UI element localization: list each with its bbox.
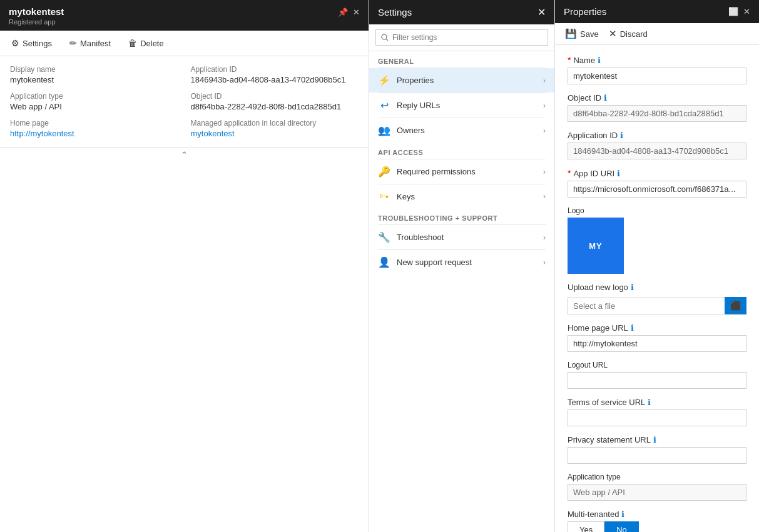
upload-logo-label: Upload new logo ℹ xyxy=(568,283,746,292)
settings-close-button[interactable]: ✕ xyxy=(537,6,546,18)
upload-file-input[interactable] xyxy=(568,298,725,314)
settings-item-properties[interactable]: ⚡ Properties › xyxy=(369,68,554,93)
close-properties-icon[interactable]: ✕ xyxy=(743,7,750,16)
multi-tenanted-toggle: Yes No xyxy=(568,521,746,532)
settings-item-troubleshoot[interactable]: 🔧 Troubleshoot › xyxy=(369,225,554,249)
app-id-info-icon[interactable]: ℹ xyxy=(620,131,623,140)
keys-chevron: › xyxy=(543,192,546,201)
app-id-uri-label: * App ID URI ℹ xyxy=(568,168,746,178)
app-id-uri-input[interactable] xyxy=(568,181,746,198)
object-id-value: d8f64bba-2282-492d-80f8-bd1cda2885d1 xyxy=(191,102,359,111)
general-section-label: GENERAL xyxy=(369,51,554,68)
troubleshoot-label: Troubleshoot xyxy=(397,233,444,242)
properties-header: Properties ⬜ ✕ xyxy=(555,0,759,23)
pin-icon[interactable]: 📌 xyxy=(338,8,348,17)
settings-item-required-permissions[interactable]: 🔑 Required permissions › xyxy=(369,159,554,184)
home-page-url-input[interactable] xyxy=(568,335,746,352)
terms-of-service-label: Terms of service URL ℹ xyxy=(568,398,746,407)
expand-icon[interactable]: ⬜ xyxy=(728,7,738,16)
api-access-section-label: API ACCESS xyxy=(369,143,554,159)
object-id-field-group: Object ID ℹ xyxy=(568,93,746,122)
owners-icon: 👥 xyxy=(378,124,390,136)
collapse-bar[interactable]: ⌃ xyxy=(0,147,369,162)
name-info-icon[interactable]: ℹ xyxy=(598,56,601,65)
app-id-uri-required-star: * xyxy=(568,168,571,178)
home-page-url-info-icon[interactable]: ℹ xyxy=(631,323,634,333)
required-permissions-icon: 🔑 xyxy=(378,166,390,178)
left-header: mytokentest Registered app 📌 ✕ xyxy=(0,0,369,31)
reply-urls-chevron: › xyxy=(543,101,546,110)
application-type-cell: Application type Web app / API xyxy=(10,92,178,111)
close-left-icon[interactable]: ✕ xyxy=(353,8,360,17)
upload-browse-button[interactable]: ⬛ xyxy=(725,297,746,314)
logout-url-label: Logout URL xyxy=(568,361,746,369)
application-id-cell: Application ID 1846943b-ad04-4808-aa13-4… xyxy=(191,65,359,84)
display-name-label: Display name xyxy=(10,65,178,74)
settings-panel: Settings ✕ GENERAL ⚡ Properties › ↩ Repl… xyxy=(369,0,555,532)
object-id-input xyxy=(568,105,746,122)
app-type-input xyxy=(568,484,746,501)
logo-field-group: Logo MY xyxy=(568,206,746,274)
settings-item-owners[interactable]: 👥 Owners › xyxy=(369,118,554,143)
collapse-icon: ⌃ xyxy=(181,150,188,159)
multi-tenanted-label: Multi-tenanted ℹ xyxy=(568,509,746,519)
left-panel: mytokentest Registered app 📌 ✕ ⚙ Setting… xyxy=(0,0,369,532)
settings-search-box xyxy=(369,24,554,51)
properties-header-icons: ⬜ ✕ xyxy=(728,7,750,16)
privacy-statement-input[interactable] xyxy=(568,447,746,464)
troubleshoot-chevron: › xyxy=(543,233,546,242)
settings-item-reply-urls[interactable]: ↩ Reply URLs › xyxy=(369,93,554,118)
multi-tenanted-info-icon[interactable]: ℹ xyxy=(621,509,624,519)
settings-item-new-support-request[interactable]: 👤 New support request › xyxy=(369,250,554,274)
display-name-value: mytokentest xyxy=(10,75,178,84)
object-id-label: Object ID xyxy=(191,92,359,101)
home-page-label: Home page xyxy=(10,119,178,128)
privacy-statement-info-icon[interactable]: ℹ xyxy=(653,435,656,444)
logo-preview: MY xyxy=(568,218,624,274)
upload-logo-info-icon[interactable]: ℹ xyxy=(631,283,634,292)
application-type-value: Web app / API xyxy=(10,102,178,111)
logout-url-input[interactable] xyxy=(568,372,746,389)
name-input[interactable] xyxy=(568,68,746,84)
logo-label: Logo xyxy=(568,206,746,215)
managed-app-link[interactable]: mytokentest xyxy=(191,129,235,138)
keys-icon: 🗝 xyxy=(378,191,390,202)
name-required-star: * xyxy=(568,55,571,65)
app-id-uri-info-icon[interactable]: ℹ xyxy=(617,169,620,178)
app-title: mytokentest xyxy=(9,6,64,17)
object-id-cell: Object ID d8f64bba-2282-492d-80f8-bd1cda… xyxy=(191,92,359,111)
object-id-info-icon[interactable]: ℹ xyxy=(604,93,607,103)
discard-button[interactable]: ✕ Discard xyxy=(609,28,648,39)
multi-tenanted-no-button[interactable]: No xyxy=(604,521,639,532)
multi-tenanted-field-group: Multi-tenanted ℹ Yes No xyxy=(568,509,746,532)
properties-label: Properties xyxy=(397,76,434,85)
left-toolbar: ⚙ Settings ✏ Manifest 🗑 Delete xyxy=(0,31,369,56)
app-info-grid: Display name mytokentest Application ID … xyxy=(0,56,369,147)
privacy-statement-field-group: Privacy statement URL ℹ xyxy=(568,435,746,464)
delete-button[interactable]: 🗑 Delete xyxy=(125,36,168,51)
upload-row: ⬛ xyxy=(568,297,746,314)
app-id-input xyxy=(568,143,746,159)
terms-of-service-info-icon[interactable]: ℹ xyxy=(648,398,651,407)
save-button[interactable]: 💾 Save xyxy=(565,28,599,39)
new-support-icon: 👤 xyxy=(378,256,390,268)
home-page-cell: Home page http://mytokentest xyxy=(10,119,178,138)
gear-icon: ⚙ xyxy=(11,38,19,48)
settings-item-keys[interactable]: 🗝 Keys › xyxy=(369,184,554,208)
keys-label: Keys xyxy=(397,192,415,201)
app-type-label: Application type xyxy=(568,473,746,481)
multi-tenanted-yes-button[interactable]: Yes xyxy=(568,521,604,532)
home-page-link[interactable]: http://mytokentest xyxy=(10,129,74,138)
new-support-label: New support request xyxy=(397,258,472,267)
app-id-field-group: Application ID ℹ xyxy=(568,131,746,159)
terms-of-service-input[interactable] xyxy=(568,409,746,426)
logout-url-field-group: Logout URL xyxy=(568,361,746,389)
settings-title: Settings xyxy=(378,7,412,18)
settings-button[interactable]: ⚙ Settings xyxy=(8,36,56,51)
reply-urls-icon: ↩ xyxy=(378,99,390,111)
save-icon: 💾 xyxy=(565,28,577,39)
settings-search-input[interactable] xyxy=(375,29,548,46)
name-field-label: * Name ℹ xyxy=(568,55,746,65)
manifest-button[interactable]: ✏ Manifest xyxy=(66,36,115,51)
home-page-url-label: Home page URL ℹ xyxy=(568,323,746,333)
